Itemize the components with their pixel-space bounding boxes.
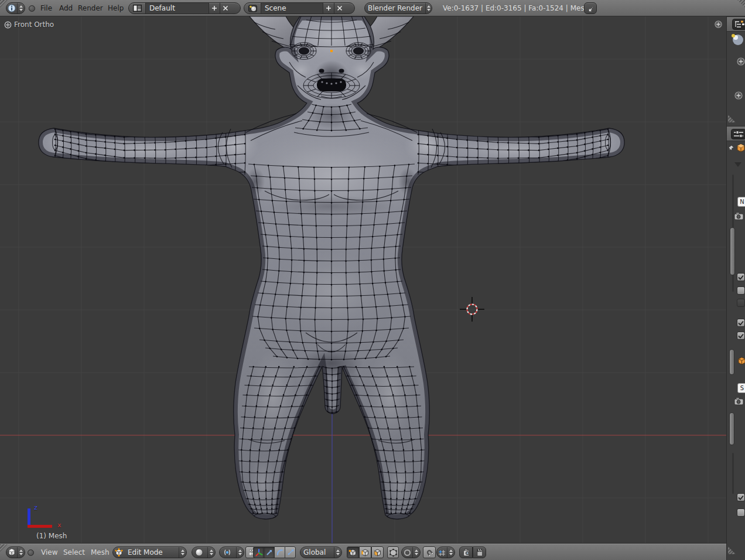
plus-icon: [326, 5, 332, 11]
collapse-panel-plus-icon[interactable]: [714, 20, 723, 29]
rotate-manipulator-toggle[interactable]: [274, 547, 285, 558]
expand-icon[interactable]: [736, 57, 745, 66]
editor-type-spinner: [17, 3, 25, 13]
proportional-edit-dropdown[interactable]: [401, 547, 421, 558]
checkbox[interactable]: [737, 332, 745, 340]
resize-grip[interactable]: [728, 547, 736, 554]
view-dot-icon: [4, 21, 12, 29]
magnet-icon: [423, 547, 435, 558]
scene-statistics: Ve:0-1637 | Ed:0-3165 | Fa:0-1524 | Mesh: [441, 0, 590, 16]
edit-mode-icon: [113, 548, 125, 556]
screen-layout-browse-button[interactable]: [129, 3, 145, 13]
scale-manipulator-toggle[interactable]: [285, 547, 296, 558]
view-name-label: Front Ortho: [14, 21, 54, 29]
checkbox[interactable]: [737, 319, 745, 327]
menu-add[interactable]: Add: [57, 0, 74, 16]
camera-icon[interactable]: [734, 397, 744, 405]
orientation-label: Global: [300, 548, 329, 556]
close-icon: [337, 5, 343, 11]
solid-shading-icon: [192, 548, 206, 556]
resize-grip[interactable]: [728, 115, 736, 122]
expand-icon[interactable]: [734, 91, 743, 100]
editor-type-selector[interactable]: [6, 547, 25, 558]
snap-element-dropdown[interactable]: [436, 547, 455, 558]
vertex-select-mode-button[interactable]: [347, 547, 359, 558]
checkbox-empty[interactable]: [737, 508, 745, 517]
delete-scene-button[interactable]: [334, 3, 345, 13]
outliner-header: [727, 16, 745, 32]
mode-dropdown[interactable]: Edit Mode: [112, 547, 187, 558]
render-engine-dropdown[interactable]: Blender Render: [364, 2, 432, 14]
menu-mesh[interactable]: Mesh: [89, 544, 111, 560]
shading-spinner: [207, 547, 215, 558]
edge-select-mode-button[interactable]: [359, 547, 371, 558]
menu-select[interactable]: Select: [61, 544, 87, 560]
translate-manipulator-toggle[interactable]: [264, 547, 275, 558]
scrollbar-thumb[interactable]: [729, 349, 734, 375]
add-screen-layout-button[interactable]: [209, 3, 220, 13]
scrollbar-thumb[interactable]: [729, 412, 734, 445]
camera-icon[interactable]: [734, 212, 744, 220]
active-object-label: (1) Mesh: [36, 532, 67, 540]
add-scene-button[interactable]: [323, 3, 334, 13]
viewport-shading-dropdown[interactable]: [192, 547, 216, 558]
screen-layout-name-field[interactable]: [145, 3, 209, 13]
outliner-editor-icon[interactable]: [732, 19, 745, 30]
resize-grip[interactable]: [737, 0, 745, 8]
checkbox[interactable]: [737, 273, 745, 281]
delete-screen-layout-button[interactable]: [220, 3, 231, 13]
opengl-render-animation-button[interactable]: [473, 547, 486, 558]
checkbox-empty[interactable]: [737, 286, 745, 295]
scrollbar-thumb[interactable]: [730, 227, 735, 275]
scene-icon: [248, 5, 257, 12]
snap-toggle[interactable]: [423, 547, 436, 558]
selected-vertex[interactable]: [330, 50, 333, 52]
rotate-arc-icon: [276, 548, 284, 556]
collapse-menus-toggle[interactable]: [28, 549, 34, 556]
proportional-off-icon: [402, 549, 412, 556]
pivot-spinner: [236, 547, 244, 558]
mesh-object[interactable]: [39, 16, 624, 520]
menu-help[interactable]: Help: [106, 0, 125, 16]
scene-browse-button[interactable]: [244, 3, 261, 13]
object-data-cube-icon[interactable]: [736, 143, 745, 153]
orientation-spinner: [334, 547, 341, 558]
mode-spinner: [179, 547, 186, 558]
mouth: [317, 78, 346, 91]
screen-layout-icon: [133, 5, 142, 12]
checkbox[interactable]: [737, 493, 745, 501]
object-data-cube-icon[interactable]: [737, 356, 745, 366]
pin-icon[interactable]: [727, 144, 736, 153]
manipulator-toggle[interactable]: [253, 547, 264, 558]
cube-dots-icon: [389, 548, 398, 557]
opengl-render-image-button[interactable]: [459, 547, 473, 558]
screen-layout-widget: [128, 2, 241, 14]
menu-view[interactable]: View: [39, 544, 59, 560]
scene-canvas[interactable]: [0, 16, 726, 544]
material-sphere-icon: [730, 33, 745, 47]
face-select-mode-button[interactable]: [371, 547, 384, 558]
window-fullscreen-button[interactable]: [584, 2, 597, 14]
menu-render[interactable]: Render: [76, 0, 105, 16]
menu-file[interactable]: File: [39, 0, 54, 16]
transform-orientation-dropdown[interactable]: Global: [300, 547, 342, 558]
gizmo-z-label: z: [34, 504, 37, 511]
rgb-axes-icon: [255, 548, 263, 556]
toggle-dark[interactable]: [737, 299, 745, 307]
render-engine-label: Blender Render: [365, 4, 425, 12]
scene-widget: [244, 2, 355, 14]
viewport-3d[interactable]: Front Ortho z x (1) Mesh: [0, 16, 726, 544]
scene-name-field[interactable]: [261, 3, 323, 13]
limit-selection-visible-toggle[interactable]: [387, 547, 399, 558]
collapse-menus-toggle[interactable]: [29, 5, 35, 12]
editor-type-selector[interactable]: [6, 2, 25, 14]
collapse-triangle-icon[interactable]: [734, 162, 742, 168]
close-icon: [223, 5, 228, 11]
proportional-spinner: [412, 547, 420, 558]
scrollbar-track[interactable]: [732, 453, 734, 494]
properties-editor-icon[interactable]: [731, 129, 745, 139]
view3d-header: View Select Mesh Edit Mode: [0, 544, 726, 560]
plus-icon: [211, 5, 217, 11]
info-header: File Add Render Help Blender: [0, 0, 745, 16]
pivot-point-dropdown[interactable]: [219, 547, 244, 558]
